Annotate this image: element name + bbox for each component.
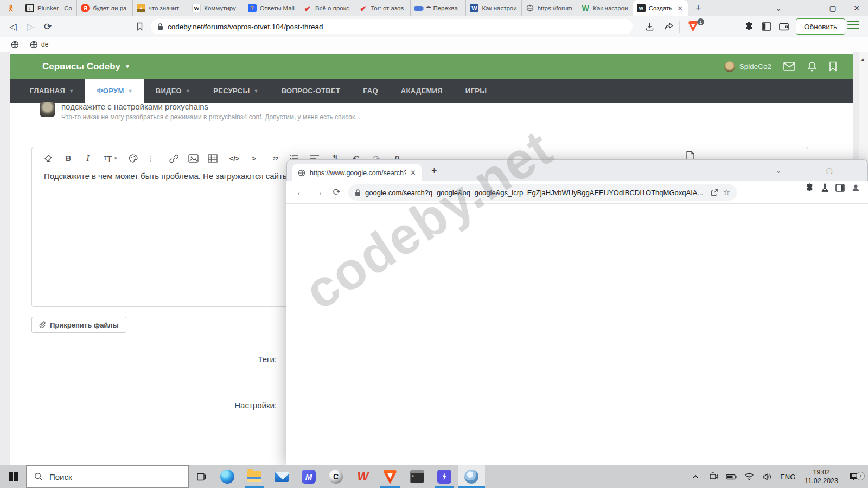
insert-table-icon[interactable] (207, 152, 219, 164)
menu-icon[interactable] (847, 21, 859, 29)
extensions-puzzle-icon[interactable] (805, 183, 814, 192)
nav-item-akademiya[interactable]: АКАДЕМИЯ (390, 79, 454, 103)
download-icon[interactable] (641, 22, 658, 31)
nav-item-igry[interactable]: ИГРЫ (454, 79, 498, 103)
remove-format-eraser-icon[interactable] (43, 152, 55, 164)
browser-tab[interactable]: ✔Tor: от азов (355, 0, 411, 16)
start-button[interactable] (0, 465, 26, 488)
nav-item-faq[interactable]: FAQ (352, 79, 390, 103)
chrome-window[interactable]: https://www.google.com/search? ✕ + ⌄ — ▢… (286, 159, 868, 465)
bold-icon[interactable]: B (62, 152, 74, 164)
minimize-window-icon[interactable]: — (792, 160, 813, 181)
taskbar-app-ccleaner[interactable]: C (322, 465, 349, 488)
new-tab-button[interactable]: + (431, 165, 437, 177)
insert-link-icon[interactable] (168, 152, 180, 164)
close-tab-icon[interactable]: ✕ (676, 4, 684, 12)
messages-envelope-icon[interactable] (783, 62, 795, 71)
account-menu[interactable]: SpideCo2 (724, 61, 771, 72)
flask-icon[interactable] (821, 183, 829, 192)
close-tab-icon[interactable]: ✕ (410, 169, 416, 177)
bookmark-star-icon[interactable]: ☆ (723, 188, 730, 197)
browser-tab[interactable]: WКак настрои (466, 0, 521, 16)
attach-files-button[interactable]: Прикрепить файлы (31, 317, 126, 333)
quote-icon[interactable]: ” (270, 152, 282, 164)
scroll-up-arrow[interactable]: ▲ (860, 56, 865, 62)
battery-icon[interactable] (724, 474, 738, 480)
browser-tab[interactable]: ▲что значит (133, 0, 188, 16)
bookmark-item[interactable]: de (27, 41, 52, 49)
forward-icon[interactable]: → (310, 187, 328, 198)
reload-icon[interactable]: ⟳ (39, 21, 56, 33)
action-center-button[interactable]: 7 (845, 472, 864, 481)
pinned-tab-icon[interactable] (0, 0, 22, 16)
taskbar-app-chrome[interactable] (458, 465, 485, 488)
task-view-button[interactable] (189, 465, 214, 488)
nav-item-vopros-otvet[interactable]: ВОПРОС-ОТВЕТ (270, 79, 352, 103)
taskbar-app-explorer[interactable] (241, 465, 268, 488)
language-indicator[interactable]: ENG (778, 473, 797, 481)
meet-now-camera-icon[interactable] (706, 472, 720, 481)
browser-tab[interactable]: ↓Plunker - Co (22, 0, 77, 16)
browser-tab[interactable]: https://forum (522, 0, 577, 16)
brave-shield-icon[interactable]: 1 (685, 21, 701, 33)
browser-tab[interactable]: ?Ответы Mail (244, 0, 299, 16)
chrome-tab-active[interactable]: https://www.google.com/search? ✕ (292, 164, 422, 182)
new-tab-button[interactable]: + (691, 1, 705, 15)
close-window-icon[interactable]: ✕ (844, 0, 868, 16)
tray-chevron-up-icon[interactable] (688, 474, 703, 479)
codeby-services-menu[interactable]: Сервисы Codeby ▼ (42, 61, 130, 72)
nav-item-glavnaya[interactable]: ГЛАВНАЯ▼ (18, 79, 85, 103)
taskbar-app-terminal[interactable]: >_ (404, 465, 431, 488)
text-color-palette-icon[interactable] (127, 152, 139, 164)
insert-image-icon[interactable] (187, 152, 199, 164)
browser-tab-active[interactable]: WСоздать✕ (633, 0, 688, 16)
bookmark-flag-icon[interactable] (131, 22, 148, 31)
reload-icon[interactable]: ⟳ (328, 187, 346, 198)
taskbar-app-wps[interactable]: W (349, 465, 376, 488)
font-size-icon[interactable]: TT▼ (101, 152, 120, 164)
back-icon[interactable]: ← (292, 187, 310, 198)
thread-list-item[interactable]: подскажите с настройками proxychains Что… (40, 102, 360, 121)
taskbar-app-lightning[interactable] (431, 465, 458, 488)
taskbar-app-m[interactable]: M (295, 465, 322, 488)
nav-item-forum[interactable]: ФОРУМ▼ (85, 79, 144, 103)
back-icon[interactable]: ◁ (4, 21, 22, 33)
insert-code-icon[interactable]: </> (226, 152, 242, 164)
taskbar-app-edge[interactable] (214, 465, 241, 488)
minimize-window-icon[interactable]: — (793, 0, 818, 16)
profile-icon[interactable] (851, 183, 860, 192)
update-button[interactable]: Обновить (796, 18, 845, 35)
wifi-icon[interactable] (742, 473, 756, 480)
taskbar-app-mail[interactable] (268, 465, 295, 488)
address-bar[interactable]: codeby.net/forums/vopros-otvet.104/post-… (151, 19, 633, 34)
wallet-icon[interactable] (776, 22, 792, 31)
nav-item-resursy[interactable]: РЕСУРСЫ▼ (202, 79, 270, 103)
chrome-address-bar[interactable]: google.com/search?q=google&oq=google&gs_… (348, 184, 737, 201)
editor-text[interactable]: Подскажите в чем может быть проблема. Не… (44, 171, 289, 181)
share-icon[interactable] (710, 188, 719, 197)
speaker-icon[interactable] (760, 473, 774, 481)
tab-search-chevron-icon[interactable]: ⌄ (766, 0, 791, 16)
bookmarks-icon[interactable] (829, 61, 837, 72)
maximize-window-icon[interactable]: ▢ (819, 160, 840, 181)
extensions-puzzle-icon[interactable] (741, 22, 757, 31)
nav-item-video[interactable]: ВИДЕО▼ (144, 79, 202, 103)
browser-tab[interactable]: WКоммутиру (188, 0, 244, 16)
bookmark-item[interactable] (8, 41, 22, 49)
chevron-down-icon[interactable]: ⌄ (768, 160, 789, 181)
browser-tab[interactable]: ✔Всё о прокс (299, 0, 355, 16)
taskbar-search[interactable]: Поиск (26, 465, 189, 488)
more-options-icon[interactable]: ⋮ (147, 154, 152, 163)
taskbar-app-brave[interactable] (376, 465, 404, 488)
inline-code-icon[interactable]: >_ (250, 152, 262, 164)
notifications-bell-icon[interactable] (807, 61, 817, 72)
maximize-window-icon[interactable]: ▢ (820, 0, 845, 16)
italic-icon[interactable]: I (82, 152, 94, 164)
browser-tab[interactable]: ☂ Перехва (411, 0, 466, 16)
forward-icon[interactable]: ▷ (22, 21, 39, 33)
sidebar-icon[interactable] (758, 22, 775, 31)
browser-tab[interactable]: Ябудет ли ра (77, 0, 132, 16)
sidebar-icon[interactable] (835, 184, 845, 192)
share-icon[interactable] (661, 22, 677, 31)
clock[interactable]: 19:02 11.02.2023 (801, 468, 841, 486)
